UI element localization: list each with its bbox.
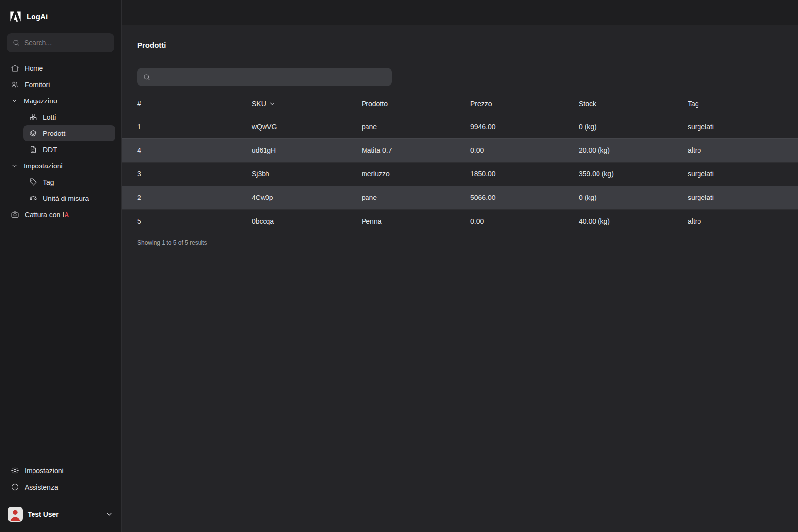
sidebar-item-label: DDT [43,146,57,154]
cell-stock: 20.00 (kg) [579,138,688,162]
sidebar-item-label: Prodotti [43,130,66,137]
sidebar: LogAi Home Fornitori Magazzino [0,0,122,532]
topbar [122,0,798,26]
sidebar-item-home[interactable]: Home [6,60,115,76]
search-icon [12,39,20,47]
cell-prezzo: 5066.00 [470,186,579,209]
column-header-prodotto: Prodotto [362,93,470,115]
search-icon [143,73,151,81]
cell-stock: 0 (kg) [579,115,688,138]
cell-stock: 0 (kg) [579,186,688,209]
tag-icon [29,178,37,186]
cell-num: 3 [122,162,252,186]
sidebar-item-impostazioni-footer[interactable]: Impostazioni [6,463,115,479]
column-header-tag: Tag [688,93,798,115]
cell-num: 2 [122,186,252,209]
chevron-down-icon [11,162,18,169]
sidebar-nav: Home Fornitori Magazzino Lotti [0,55,121,223]
sidebar-section-label: Impostazioni [24,162,63,170]
cell-prezzo: 9946.00 [470,115,579,138]
sidebar-item-assistenza[interactable]: Assistenza [6,479,115,495]
column-header-num: # [122,93,252,115]
cell-stock: 40.00 (kg) [579,209,688,233]
table-row[interactable]: 5 0bccqa Penna 0.00 40.00 (kg) altro [122,209,798,233]
cell-num: 1 [122,115,252,138]
cell-tag: altro [688,209,798,233]
scale-icon [29,194,37,202]
cell-prodotto: pane [362,115,470,138]
cell-num: 5 [122,209,252,233]
sidebar-item-tag[interactable]: Tag [23,174,115,190]
cell-tag: altro [688,138,798,162]
home-icon [11,64,19,72]
layers-icon [29,129,37,137]
sidebar-item-label: Impostazioni [25,467,64,475]
column-header-prezzo: Prezzo [470,93,579,115]
table-row[interactable]: 1 wQwVG pane 9946.00 0 (kg) surgelati [122,115,798,138]
cell-prodotto: Matita 0.7 [362,138,470,162]
chevron-down-icon [11,97,18,104]
cell-num: 4 [122,138,252,162]
cell-sku: ud61gH [252,138,362,162]
sidebar-item-label: Fornitori [25,81,50,89]
products-table: # SKU Prodotto Prezzo Stock Tag 1 [122,93,798,233]
sidebar-item-label: Home [25,65,43,72]
user-menu[interactable]: Test User [0,499,121,532]
gear-icon [11,466,19,475]
sidebar-item-cattura-con-ia[interactable]: Cattura con IA [6,206,115,223]
sidebar-search-input[interactable] [24,39,109,47]
page-title: Prodotti [122,26,798,49]
table-header-row: # SKU Prodotto Prezzo Stock Tag [122,93,798,115]
chevron-down-icon [105,510,113,518]
cell-prodotto: pane [362,186,470,209]
logai-logo-icon [9,10,22,23]
cell-prezzo: 0.00 [470,209,579,233]
avatar [8,507,23,522]
table-search-input[interactable] [155,73,386,81]
cell-prodotto: Penna [362,209,470,233]
sidebar-search[interactable] [7,33,114,52]
sidebar-item-label: Assistenza [25,483,58,491]
results-summary: Showing 1 to 5 of 5 results [137,239,798,246]
sidebar-bottom: Impostazioni Assistenza Test User [0,458,121,532]
sidebar-section-magazzino[interactable]: Magazzino [6,93,115,109]
impostazioni-children: Tag Unità di misura [23,174,115,206]
sidebar-item-lotti[interactable]: Lotti [23,109,115,125]
camera-icon [11,210,19,219]
cell-prezzo: 1850.00 [470,162,579,186]
table-row[interactable]: 4 ud61gH Matita 0.7 0.00 20.00 (kg) altr… [122,138,798,162]
sidebar-item-fornitori[interactable]: Fornitori [6,76,115,93]
cell-stock: 359.00 (kg) [579,162,688,186]
sidebar-footer-nav: Impostazioni Assistenza [0,458,121,495]
boxes-icon [29,113,37,121]
content: Prodotti # SKU [122,26,798,532]
users-icon [11,80,19,89]
sort-chevron-down-icon [269,100,276,107]
sidebar-item-label: Lotti [43,113,56,121]
cell-prezzo: 0.00 [470,138,579,162]
app-logo: LogAi [0,0,121,29]
sidebar-item-label: Unità di misura [43,195,89,202]
document-icon [29,145,37,154]
table-row[interactable]: 2 4Cw0p pane 5066.00 0 (kg) surgelati [122,186,798,209]
table-row[interactable]: 3 Sj3bh merluzzo 1850.00 359.00 (kg) sur… [122,162,798,186]
sidebar-item-prodotti[interactable]: Prodotti [23,125,115,141]
magazzino-children: Lotti Prodotti DDT [23,109,115,158]
cell-tag: surgelati [688,186,798,209]
sidebar-item-ddt[interactable]: DDT [23,141,115,158]
sidebar-item-label: Cattura con IA [25,211,69,219]
info-icon [11,483,19,491]
header-divider [137,60,798,60]
cell-sku: wQwVG [252,115,362,138]
table-search[interactable] [137,68,392,86]
sidebar-section-impostazioni[interactable]: Impostazioni [6,158,115,174]
cell-sku: 4Cw0p [252,186,362,209]
sidebar-section-label: Magazzino [24,97,57,105]
user-name: Test User [28,510,100,518]
sidebar-item-unita-di-misura[interactable]: Unità di misura [23,190,115,206]
cell-tag: surgelati [688,162,798,186]
column-header-sku[interactable]: SKU [252,93,362,115]
main-area: Prodotti # SKU [122,0,798,532]
cell-tag: surgelati [688,115,798,138]
sidebar-item-label: Tag [43,178,54,186]
